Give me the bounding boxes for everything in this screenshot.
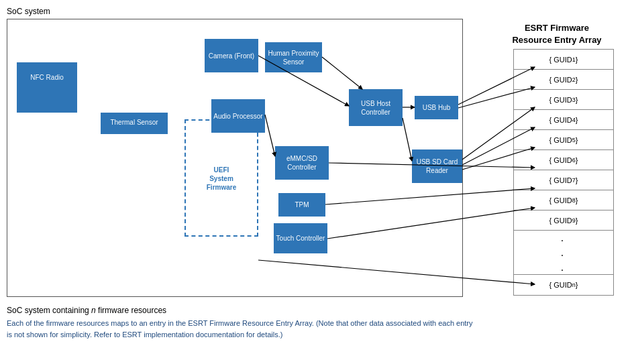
guid-dots-1: . [514, 231, 613, 245]
caption-main: SoC system containing n firmware resourc… [7, 306, 627, 315]
soc-system-label: SoC system [7, 7, 627, 16]
diagram-container: SoC system Mobile Broadband Radio WiFi R… [7, 7, 627, 340]
nfc-box: NFC Radio [17, 62, 77, 93]
guid-row-3: { GUID3 } [514, 90, 613, 110]
touch-box: Touch Controller [274, 223, 327, 253]
emmc-box: eMMC/SD Controller [275, 146, 329, 180]
guid-row-4: { GUID4 } [514, 110, 613, 130]
guid-row-9: { GUID9 } [514, 210, 613, 231]
caption-description: Each of the firmware resources maps to a… [7, 318, 476, 340]
usb-sd-box: USB SD Card Reader [412, 149, 462, 183]
esrt-panel: ESRT FirmwareResource Entry Array { GUID… [486, 19, 627, 297]
guid-row-6: { GUID6 } [514, 150, 613, 170]
guid-row-7: { GUID7 } [514, 170, 613, 190]
usb-host-box: USB Host Controller [349, 89, 403, 126]
guid-table: { GUID1 } { GUID2 } { GUID3 } { GUID4 } … [513, 49, 614, 296]
guid-row-5: { GUID5 } [514, 130, 613, 150]
diagram-area: Mobile Broadband Radio WiFi Radio Blueto… [7, 19, 627, 300]
tpm-box: TPM [278, 193, 325, 217]
camera-box: Camera (Front) [205, 39, 258, 72]
thermal-box: Thermal Sensor [101, 113, 168, 131]
guid-dots-2: . [514, 245, 613, 260]
guid-row-8: { GUID8 } [514, 190, 613, 210]
usb-hub-box: USB Hub [415, 96, 458, 119]
audio-box: Audio Processor [211, 99, 265, 133]
uefi-dashed-box: UEFI System Firmware [184, 119, 258, 237]
esrt-title: ESRT FirmwareResource Entry Array [486, 22, 627, 46]
guid-dots-3: . [514, 260, 613, 275]
human-proximity-box: Human Proximity Sensor [265, 42, 322, 72]
guid-row-1: { GUID1 } [514, 50, 613, 70]
guid-row-2: { GUID2 } [514, 70, 613, 90]
guid-row-n: { GUIDn } [514, 275, 613, 295]
bottom-text: SoC system containing n firmware resourc… [7, 306, 627, 340]
